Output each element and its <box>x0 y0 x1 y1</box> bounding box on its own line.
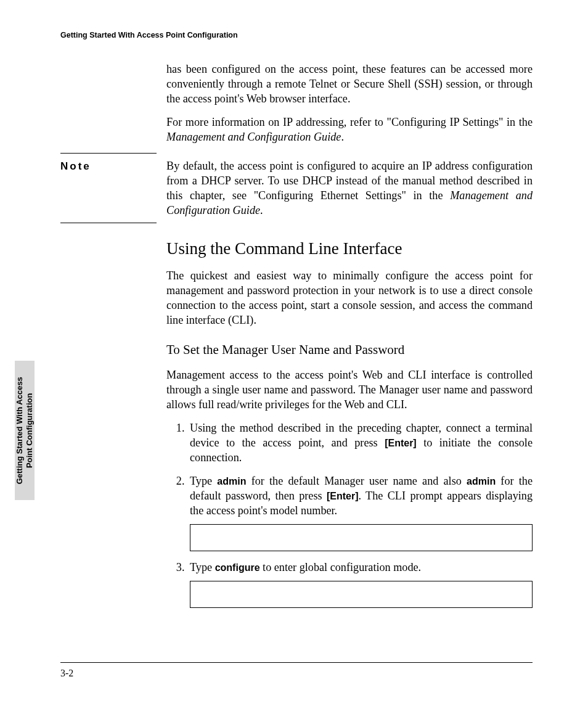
subsection-paragraph: Management access to the access point's … <box>166 367 533 412</box>
note-rule-top <box>60 153 157 154</box>
note-text-c: . <box>260 204 263 216</box>
intro-p2-c: . <box>341 131 344 143</box>
intro-paragraph-1: has been configured on the access point,… <box>166 62 533 106</box>
code-box-1 <box>190 524 533 551</box>
footer-rule <box>60 662 533 663</box>
side-tab-line2: Point Configuration <box>25 393 34 467</box>
step-2: Type admin for the default Manager user … <box>187 474 533 551</box>
step3-b: to enter global configuration mode. <box>260 561 422 573</box>
step2-a: Type <box>190 475 217 487</box>
step3-kw: configure <box>215 562 260 573</box>
intro-paragraph-2: For more information on IP addressing, r… <box>166 115 533 144</box>
step3-a: Type <box>190 561 215 573</box>
intro-p2-italic: Management and Configuration Guide <box>166 131 341 143</box>
step1-key: [Enter] <box>385 438 417 448</box>
running-header: Getting Started With Access Point Config… <box>60 31 533 39</box>
step2-key: [Enter] <box>327 491 359 501</box>
note-body: By default, the access point is configur… <box>166 158 533 218</box>
section-heading: Using the Command Line Interface <box>166 239 533 258</box>
side-tab: Getting Started With Access Point Config… <box>15 361 35 500</box>
note-label: Note <box>60 160 91 173</box>
intro-p2-a: For more information on IP addressing, r… <box>166 116 533 128</box>
note-rule-bottom <box>60 223 157 223</box>
step2-kw1: admin <box>217 476 246 486</box>
side-tab-label: Getting Started With Access Point Config… <box>15 377 35 484</box>
page-number: 3-2 <box>60 668 73 679</box>
section-paragraph: The quickest and easiest way to minimall… <box>166 268 533 327</box>
step-3: Type configure to enter global configura… <box>187 560 533 608</box>
note-block: Note By default, the access point is con… <box>60 153 533 223</box>
step-1: Using the method described in the preced… <box>187 421 533 465</box>
running-header-text: Getting Started With Access Point Config… <box>60 31 238 39</box>
side-tab-line1: Getting Started With Access <box>15 377 24 484</box>
step2-b: for the default Manager user name and al… <box>246 475 467 487</box>
step2-kw2: admin <box>467 476 496 486</box>
steps-list: Using the method described in the preced… <box>166 421 533 608</box>
subsection-heading: To Set the Manager User Name and Passwor… <box>166 342 533 358</box>
code-box-2 <box>190 581 533 608</box>
